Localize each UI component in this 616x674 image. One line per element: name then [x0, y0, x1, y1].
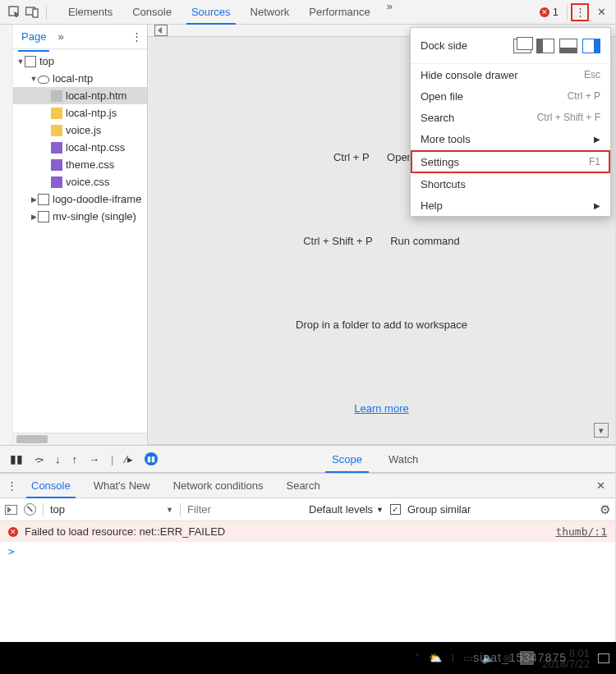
drawer-tab-console[interactable]: Console — [21, 474, 80, 498]
device-toolbar-icon[interactable] — [23, 3, 41, 21]
context-selector[interactable]: top▼ — [50, 503, 173, 516]
error-message: Failed to load resource: net::ERR_FAILED — [25, 525, 225, 538]
tab-sources[interactable]: Sources — [182, 0, 241, 25]
console-error-line[interactable]: ✕ Failed to load resource: net::ERR_FAIL… — [0, 521, 615, 542]
scope-tab[interactable]: Scope — [319, 445, 375, 473]
panel-tabs: Elements Console Sources Network Perform… — [58, 0, 399, 25]
menu-item[interactable]: Hide console drawerEsc — [411, 64, 610, 85]
notifications-icon[interactable] — [598, 653, 609, 663]
step-icon[interactable]: → — [89, 453, 99, 465]
group-similar-label: Group similar — [407, 503, 471, 516]
group-similar-checkbox[interactable]: ✓ — [390, 504, 401, 515]
divider: | — [111, 453, 113, 465]
drawer-menu-icon[interactable]: ⋮ — [5, 479, 18, 492]
tab-console[interactable]: Console — [122, 0, 182, 25]
tray-volume-icon[interactable]: 🔈 — [481, 652, 494, 664]
menu-item[interactable]: Help▶ — [411, 195, 610, 216]
step-into-icon[interactable]: ↓ — [55, 453, 61, 465]
divider — [567, 5, 568, 20]
menu-item-settings[interactable]: Settings F1 — [411, 150, 610, 173]
sidebar-menu-icon[interactable]: ⋮ — [131, 30, 142, 43]
dock-undock-icon[interactable] — [513, 39, 531, 53]
clock[interactable]: 8:01 2018/7/22 — [542, 648, 590, 669]
sources-sidebar: Page » ⋮ ▼top▼local-ntplocal-ntp.htmloca… — [13, 25, 148, 445]
tree-node[interactable]: voice.js — [13, 122, 147, 139]
error-icon: ✕ — [540, 7, 549, 17]
horizontal-scrollbar[interactable] — [13, 433, 147, 445]
inspect-element-icon[interactable] — [5, 3, 23, 21]
panel-settings-icon[interactable]: ▾ — [594, 423, 609, 438]
divider — [46, 5, 47, 20]
main-menu-popup: Dock side Hide console drawerEscOpen fil… — [410, 27, 611, 217]
tree-node[interactable]: ▼top — [13, 53, 147, 70]
tree-node[interactable]: local-ntp.htm — [13, 87, 147, 104]
tab-performance[interactable]: Performance — [299, 0, 379, 25]
deactivate-breakpoints-icon[interactable]: ⁄▸ — [125, 453, 132, 465]
navigator-toggle-icon[interactable] — [154, 25, 168, 36]
sidebar-more-icon[interactable]: » — [57, 30, 63, 43]
close-devtools-icon[interactable]: ✕ — [592, 3, 610, 21]
settings-menu-button[interactable]: ⋮ — [571, 3, 589, 21]
console-settings-icon[interactable]: ⚙ — [600, 502, 610, 517]
tray-weather-icon[interactable]: ⛅ — [429, 652, 442, 664]
menu-item[interactable]: Shortcuts — [411, 173, 610, 195]
menu-item[interactable]: More tools▶ — [411, 128, 610, 149]
file-tree: ▼top▼local-ntplocal-ntp.htmlocal-ntp.jsv… — [13, 49, 147, 433]
filter-input[interactable] — [187, 503, 302, 516]
drawer: ⋮ Console What's New Network conditions … — [0, 473, 615, 642]
tray-wifi-icon[interactable]: ⌇ — [450, 652, 455, 664]
more-tabs-icon[interactable]: » — [380, 0, 399, 25]
menu-item[interactable]: Open fileCtrl + P — [411, 85, 610, 107]
dock-right-icon[interactable] — [582, 39, 600, 53]
tray-app-icon[interactable]: ⊗ — [503, 652, 512, 664]
levels-selector[interactable]: Default levels ▼ — [309, 503, 384, 516]
left-gutter — [0, 25, 13, 445]
drawer-close-icon[interactable]: ✕ — [591, 479, 610, 492]
tray-battery-icon[interactable]: ▭ — [463, 652, 473, 664]
svg-rect-2 — [33, 9, 38, 17]
step-over-icon[interactable]: ⤼ — [34, 453, 44, 465]
console-prompt[interactable]: > — [0, 542, 615, 561]
tray-up-icon[interactable]: ˄ — [415, 652, 421, 664]
clear-console-icon[interactable] — [24, 503, 36, 516]
windows-taskbar: ˄ ⛅ ⌇ ▭ 🔈 ⊗ 五 8:01 2018/7/22 — [0, 642, 616, 674]
tree-node[interactable]: local-ntp.css — [13, 139, 147, 156]
dock-side-label: Dock side — [421, 39, 508, 52]
tab-elements[interactable]: Elements — [58, 0, 122, 25]
tree-node[interactable]: local-ntp.js — [13, 104, 147, 122]
dock-bottom-icon[interactable] — [559, 39, 577, 53]
error-counter[interactable]: ✕ 1 — [540, 6, 559, 18]
tree-node[interactable]: voice.css — [13, 173, 147, 190]
console-sidebar-toggle-icon[interactable] — [5, 505, 17, 515]
ime-indicator[interactable]: 五 — [520, 651, 534, 665]
menu-item[interactable]: SearchCtrl + Shift + F — [411, 107, 610, 128]
tree-node[interactable]: ▶mv-single (single) — [13, 208, 147, 225]
error-location-link[interactable]: thumb/:1 — [555, 525, 607, 538]
dock-left-icon[interactable] — [536, 39, 554, 53]
learn-more-link[interactable]: Learn more — [354, 402, 408, 415]
error-icon: ✕ — [8, 527, 18, 537]
step-out-icon[interactable]: ↑ — [72, 453, 78, 465]
tree-node[interactable]: ▶logo-doodle-iframe — [13, 190, 147, 208]
pause-icon[interactable]: ▮▮ — [10, 452, 23, 465]
tree-node[interactable]: theme.css — [13, 156, 147, 173]
devtools-topbar: Elements Console Sources Network Perform… — [0, 0, 615, 25]
page-tab[interactable]: Page — [18, 27, 49, 46]
error-count: 1 — [553, 6, 559, 18]
tree-node[interactable]: ▼local-ntp — [13, 70, 147, 87]
tab-network[interactable]: Network — [241, 0, 300, 25]
